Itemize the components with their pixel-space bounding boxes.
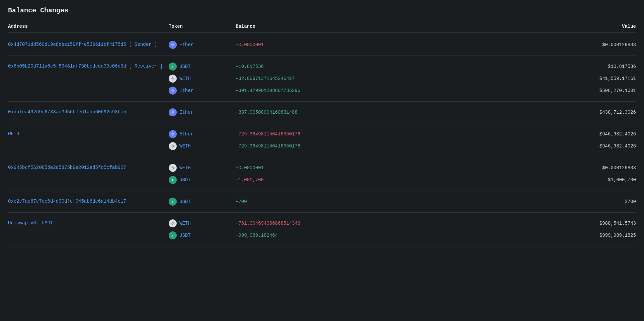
balance-cell: +391.479901208807735296 — [236, 88, 562, 93]
value-cell: $946,982.4026 — [562, 131, 636, 137]
header-token: Token — [169, 24, 236, 29]
usdt-icon: T — [169, 198, 177, 206]
token-name[interactable]: USDT — [179, 233, 191, 238]
address-cell[interactable]: 0xdafea492d9c6733ae3d56b7ed1adb60692c98b… — [8, 109, 169, 116]
svg-text:T: T — [172, 234, 174, 237]
weth-icon: W — [169, 142, 177, 150]
address-cell[interactable]: Uniswap V3: USDT — [8, 220, 169, 227]
balance-cell: -1,000,700 — [236, 177, 562, 183]
token-cell: Ether — [169, 41, 236, 49]
token-cell: W WETH — [169, 219, 236, 227]
table-row-group: 0xdafea492d9c6733ae3d56b7ed1adb60692c98b… — [8, 102, 636, 123]
table-row: Ether+391.479901208807735296$508,270.100… — [8, 85, 636, 97]
table-row-group: 0x945bcf562085de2d5875b9e2012ed5fd5cfab9… — [8, 157, 636, 191]
page-container: Balance Changes Address Token Balance Va… — [0, 0, 644, 253]
value-cell: $10.817536 — [562, 64, 636, 69]
svg-marker-20 — [171, 110, 173, 112]
table-row: 0xe2e7ae67e7ee6d4d90dfef945ab6de6a14db4c… — [8, 196, 636, 208]
token-name[interactable]: WETH — [179, 221, 191, 226]
token-name[interactable]: WETH — [179, 165, 191, 171]
token-cell: Ether — [169, 87, 236, 95]
token-name[interactable]: WETH — [179, 76, 191, 81]
usdt-icon: T — [169, 63, 177, 71]
balance-cell: -729.384981150416050176 — [236, 131, 562, 137]
svg-marker-26 — [173, 132, 174, 134]
balance-cell: +32.00971371645246417 — [236, 76, 562, 81]
value-cell: $0.000129833 — [562, 165, 636, 171]
address-cell[interactable]: 0xe2e7ae67e7ee6d4d90dfef945ab6de6a14db4c… — [8, 198, 169, 205]
value-cell: $1,000,700 — [562, 177, 636, 183]
table-row-group: 0x6b05b20d711a6c5f59481af730bcdeda30c06d… — [8, 56, 636, 102]
svg-text:T: T — [172, 65, 174, 68]
balance-cell: -761.394694966868514346 — [236, 221, 562, 226]
token-cell: W WETH — [169, 142, 236, 150]
table-row: Uniswap V3: USDT W WETH-761.394694966868… — [8, 217, 636, 229]
value-cell: $438,712.3026 — [562, 110, 636, 115]
balance-cell: +10.817536 — [236, 64, 562, 69]
eth-icon — [169, 87, 177, 95]
usdt-icon: T — [169, 176, 177, 184]
svg-marker-16 — [173, 89, 174, 91]
usdt-icon: T — [169, 231, 177, 239]
svg-text:W: W — [172, 78, 173, 80]
table-row-group: 0xe2e7ae67e7ee6d4d90dfef945ab6de6a14db4c… — [8, 191, 636, 213]
svg-text:T: T — [172, 200, 174, 203]
table-row: WETH Ether-729.384981150416050176$946,98… — [8, 128, 636, 140]
token-name[interactable]: Ether — [179, 88, 193, 93]
svg-marker-3 — [171, 43, 173, 45]
balance-cell: +337.90508004160831488 — [236, 110, 562, 115]
token-name[interactable]: Ether — [179, 131, 193, 137]
value-cell: $999,989.1825 — [562, 233, 636, 238]
table-row: 0x945bcf562085de2d5875b9e2012ed5fd5cfab9… — [8, 162, 636, 174]
value-cell: $0.000129833 — [562, 42, 636, 47]
eth-icon — [169, 41, 177, 49]
weth-icon: W — [169, 219, 177, 227]
token-cell: T USDT — [169, 176, 236, 184]
address-cell[interactable]: WETH — [8, 131, 169, 137]
balance-cell: +999,989.182464 — [236, 233, 562, 238]
address-cell[interactable]: 0x6b05b20d711a6c5f59481af730bcdeda30c06d… — [8, 63, 169, 70]
token-cell: W WETH — [169, 75, 236, 83]
svg-text:T: T — [172, 179, 174, 182]
svg-text:W: W — [172, 146, 173, 148]
weth-icon: W — [169, 75, 177, 83]
token-cell: Ether — [169, 130, 236, 138]
weth-icon: W — [169, 164, 177, 172]
table-row: 0xdafea492d9c6733ae3d56b7ed1adb60692c98b… — [8, 106, 636, 118]
table-header: Address Token Balance Value — [8, 20, 636, 33]
token-cell: T USDT — [169, 231, 236, 239]
table-body: 0x4d7071dd560d19e8dee159ff4e536611df4175… — [8, 34, 636, 246]
token-name[interactable]: Ether — [179, 42, 193, 47]
token-name[interactable]: USDT — [179, 177, 191, 183]
table-row-group: Uniswap V3: USDT W WETH-761.394694966868… — [8, 213, 636, 246]
value-cell: $988,541.5743 — [562, 221, 636, 226]
address-cell[interactable]: 0x4d7071dd560d19e8dee159ff4e536611df4175… — [8, 41, 169, 48]
header-balance: Balance — [236, 24, 562, 29]
token-name[interactable]: WETH — [179, 143, 191, 149]
table-row: T USDT-1,000,700$1,000,700 — [8, 174, 636, 186]
header-value: Value — [562, 24, 636, 29]
balance-cell: -0.0000001 — [236, 42, 562, 47]
value-cell: $700 — [562, 199, 636, 204]
svg-marker-21 — [173, 110, 174, 112]
table-row: 0x4d7071dd560d19e8dee159ff4e536611df4175… — [8, 39, 636, 51]
token-name[interactable]: USDT — [179, 64, 191, 69]
token-cell: T USDT — [169, 63, 236, 71]
table-row: W WETH+729.384981150416050176$946,982.40… — [8, 140, 636, 152]
address-cell[interactable]: 0x945bcf562085de2d5875b9e2012ed5fd5cfab9… — [8, 165, 169, 171]
value-cell: $946,982.4026 — [562, 143, 636, 149]
token-name[interactable]: Ether — [179, 110, 193, 115]
balance-cell: +729.384981150416050176 — [236, 143, 562, 149]
balance-changes-table: Address Token Balance Value 0x4d7071dd56… — [8, 20, 636, 246]
table-row: W WETH+32.00971371645246417$41,559.17161 — [8, 73, 636, 85]
value-cell: $41,559.17161 — [562, 76, 636, 81]
token-name[interactable]: USDT — [179, 199, 191, 204]
table-row-group: 0x4d7071dd560d19e8dee159ff4e536611df4175… — [8, 34, 636, 56]
balance-cell: +0.0000001 — [236, 165, 562, 171]
svg-marker-25 — [171, 132, 173, 134]
svg-marker-4 — [173, 43, 174, 45]
page-title: Balance Changes — [8, 7, 636, 14]
balance-cell: +700 — [236, 199, 562, 204]
table-row-group: WETH Ether-729.384981150416050176$946,98… — [8, 123, 636, 157]
eth-icon — [169, 108, 177, 116]
